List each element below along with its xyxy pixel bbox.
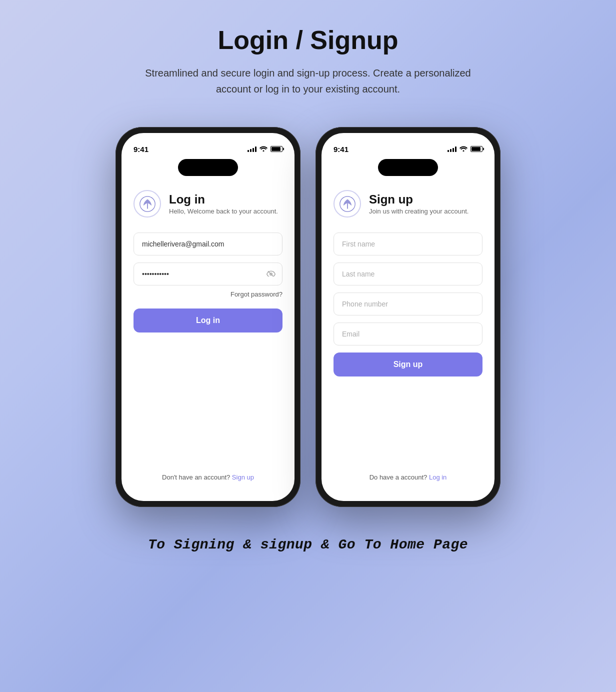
wifi-icon-2: [460, 146, 468, 153]
login-status-time: 9:41: [134, 145, 148, 154]
login-header-text: Log in Hello, Welcome back to your accou…: [169, 192, 278, 215]
password-input[interactable]: [134, 262, 282, 286]
forgot-password-anchor[interactable]: Forgot password?: [230, 290, 282, 298]
signup-app-logo: [334, 190, 361, 218]
phones-container: 9:41: [116, 127, 500, 507]
signup-status-bar: 9:41: [322, 133, 494, 158]
signup-phone-content: Sign up Join us with creating your accou…: [322, 180, 494, 501]
login-button[interactable]: Log in: [134, 308, 282, 332]
logo-icon-2: [340, 196, 356, 212]
signup-footer-text: Do have a account?: [370, 474, 428, 481]
signal-bars-icon-2: [448, 146, 456, 152]
login-phone-content: Log in Hello, Welcome back to your accou…: [122, 180, 294, 501]
battery-icon: [270, 146, 282, 152]
first-name-input[interactable]: [334, 232, 482, 256]
signup-email-input[interactable]: [334, 322, 482, 346]
login-phone: 9:41: [116, 127, 300, 507]
login-subtitle: Hello, Welcome back to your account.: [169, 208, 278, 215]
page-subtitle: Streamlined and secure login and sign-up…: [138, 65, 478, 97]
last-name-input[interactable]: [334, 262, 482, 286]
password-wrapper: [134, 262, 282, 286]
signup-footer: Do have a account? Log in: [334, 474, 482, 491]
login-dynamic-island: [178, 159, 238, 176]
signup-dynamic-island: [378, 159, 438, 176]
login-footer: Don't have an account? Sign up: [134, 474, 282, 491]
login-app-header: Log in Hello, Welcome back to your accou…: [134, 190, 282, 218]
logo-icon: [140, 196, 156, 212]
login-footer-text: Don't have an account?: [162, 474, 230, 481]
signup-status-icons: [448, 146, 482, 153]
phone-number-input[interactable]: [334, 292, 482, 316]
bottom-text: To Signing & signup & Go To Home Page: [148, 537, 468, 552]
signup-phone: 9:41: [316, 127, 500, 507]
signal-bars-icon: [248, 146, 256, 152]
signup-app-header: Sign up Join us with creating your accou…: [334, 190, 482, 218]
login-link[interactable]: Log in: [429, 474, 446, 481]
eye-toggle-icon[interactable]: [266, 270, 276, 278]
login-phone-inner: 9:41: [122, 133, 294, 501]
wifi-icon: [260, 146, 268, 153]
login-app-logo: [134, 190, 161, 218]
signup-button[interactable]: Sign up: [334, 352, 482, 376]
email-input[interactable]: [134, 232, 282, 256]
signup-title: Sign up: [369, 192, 468, 206]
forgot-password-link: Forgot password?: [134, 290, 282, 298]
signup-link[interactable]: Sign up: [232, 474, 254, 481]
signup-phone-inner: 9:41: [322, 133, 494, 501]
signup-subtitle: Join us with creating your account.: [369, 208, 468, 215]
page-title: Login / Signup: [218, 25, 398, 55]
signup-header-text: Sign up Join us with creating your accou…: [369, 192, 468, 215]
login-title: Log in: [169, 192, 278, 206]
battery-icon-2: [470, 146, 482, 152]
login-status-bar: 9:41: [122, 133, 294, 158]
login-status-icons: [248, 146, 282, 153]
signup-status-time: 9:41: [334, 145, 348, 154]
